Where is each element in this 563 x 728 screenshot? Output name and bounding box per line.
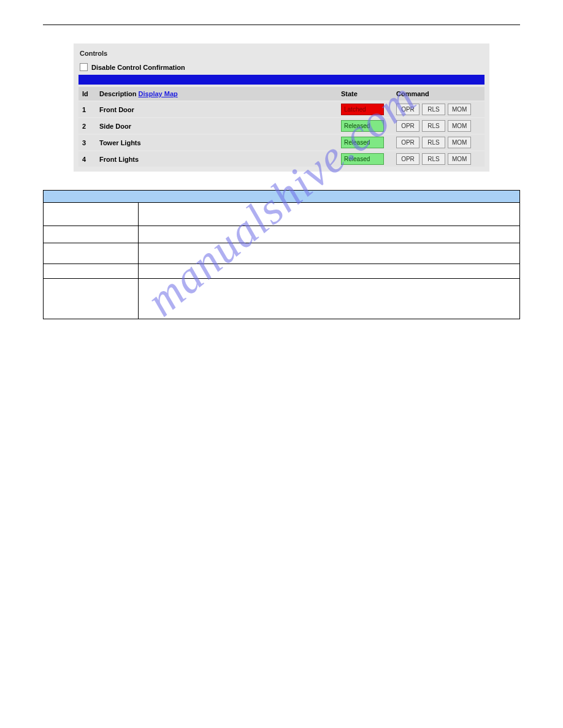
opr-button[interactable]: OPR: [396, 153, 419, 165]
cell-description: Side Door: [96, 118, 337, 134]
table-row: 1 Front Door Latched OPR RLS MOM: [79, 102, 484, 117]
disable-confirmation-row: Disable Control Confirmation: [79, 62, 484, 75]
rls-button[interactable]: RLS: [422, 137, 445, 148]
table-row: [44, 243, 520, 264]
col-header-description-text: Description: [99, 90, 137, 97]
cell-id: 4: [79, 151, 96, 167]
state-badge-released: Released: [341, 153, 384, 165]
lower-empty-table: [43, 190, 520, 319]
table-row: [44, 203, 520, 226]
cell-id: 3: [79, 135, 96, 150]
table-row: [44, 279, 520, 319]
cell-command: OPR RLS MOM: [393, 135, 484, 150]
cell: [44, 279, 139, 319]
cell: [139, 279, 520, 319]
table-row: 2 Side Door Released OPR RLS MOM: [79, 118, 484, 134]
rls-button[interactable]: RLS: [422, 120, 445, 132]
rls-button[interactable]: RLS: [422, 104, 445, 115]
cell-description: Front Lights: [96, 151, 337, 167]
col-header-description: Description Display Map: [96, 87, 337, 100]
cell: [44, 243, 139, 264]
cell-state: Released: [337, 151, 393, 167]
cell-id: 1: [79, 102, 96, 117]
table-row: [44, 226, 520, 243]
lower-table-header: [44, 191, 520, 203]
rls-button[interactable]: RLS: [422, 153, 445, 165]
state-badge-released: Released: [341, 120, 384, 132]
mom-button[interactable]: MOM: [448, 153, 471, 165]
mom-button[interactable]: MOM: [448, 104, 471, 115]
cell: [139, 264, 520, 279]
cell: [44, 226, 139, 243]
blue-header-bar: [79, 75, 484, 85]
controls-tbody: 1 Front Door Latched OPR RLS MOM 2 Side …: [79, 102, 484, 167]
cell-command: OPR RLS MOM: [393, 102, 484, 117]
cell-command: OPR RLS MOM: [393, 118, 484, 134]
col-header-id: Id: [79, 87, 96, 100]
state-badge-latched: Latched: [341, 104, 384, 115]
mom-button[interactable]: MOM: [448, 137, 471, 148]
mom-button[interactable]: MOM: [448, 120, 471, 132]
cell: [139, 226, 520, 243]
cell: [139, 243, 520, 264]
cell: [139, 203, 520, 226]
controls-table: Id Description Display Map State Command…: [79, 86, 484, 168]
controls-panel: Controls Disable Control Confirmation Id…: [74, 44, 489, 172]
col-header-state: State: [337, 87, 393, 100]
state-badge-released: Released: [341, 137, 384, 148]
opr-button[interactable]: OPR: [396, 104, 419, 115]
cell-command: OPR RLS MOM: [393, 151, 484, 167]
top-horizontal-rule: [43, 25, 520, 25]
disable-confirmation-label: Disable Control Confirmation: [91, 64, 185, 71]
table-row: 4 Front Lights Released OPR RLS MOM: [79, 151, 484, 167]
lower-table-header-row: [44, 191, 520, 203]
cell: [44, 203, 139, 226]
cell-state: Latched: [337, 102, 393, 117]
cell: [44, 264, 139, 279]
cell-description: Tower Lights: [96, 135, 337, 150]
table-row: 3 Tower Lights Released OPR RLS MOM: [79, 135, 484, 150]
opr-button[interactable]: OPR: [396, 137, 419, 148]
cell-state: Released: [337, 135, 393, 150]
opr-button[interactable]: OPR: [396, 120, 419, 132]
controls-title: Controls: [79, 47, 484, 62]
cell-id: 2: [79, 118, 96, 134]
controls-header-row: Id Description Display Map State Command: [79, 87, 484, 100]
display-map-link[interactable]: Display Map: [139, 90, 178, 97]
cell-description: Front Door: [96, 102, 337, 117]
col-header-command: Command: [393, 87, 484, 100]
table-row: [44, 264, 520, 279]
cell-state: Released: [337, 118, 393, 134]
disable-confirmation-checkbox[interactable]: [80, 63, 88, 71]
